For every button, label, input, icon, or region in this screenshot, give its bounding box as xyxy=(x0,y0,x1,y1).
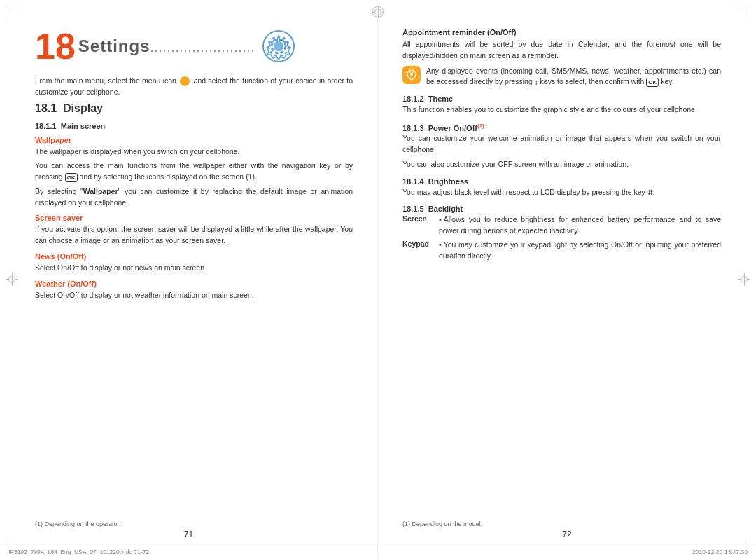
ok-button-icon: OK xyxy=(65,173,78,182)
power-superscript: (1) xyxy=(477,123,484,129)
brightness-key-icon: ⇵ xyxy=(648,187,653,198)
wallpaper-para1: The wallpaper is displayed when you swit… xyxy=(35,146,353,158)
intro-text: From the main menu, select the menu icon… xyxy=(35,76,353,98)
section-18-1-4-heading: 18.1.4 Brightness xyxy=(402,177,721,186)
backlight-screen-row: Screen •Allows you to reduce brightness … xyxy=(402,214,721,237)
ok-key-icon: OK xyxy=(646,78,659,87)
right-footnote: (1) Depending on the model. xyxy=(402,520,482,527)
page-spread: 18 Settings......................... Fro… xyxy=(0,0,756,559)
appointment-icon-row: Any displayed events (incoming call, SMS… xyxy=(402,66,721,88)
screen-saver-label: Screen saver xyxy=(35,214,353,222)
section-18-1-2-heading: 18.1.2 Theme xyxy=(402,95,721,103)
left-page: 18 Settings......................... Fro… xyxy=(0,0,378,559)
svg-point-2 xyxy=(274,41,284,51)
section-18-1-heading: 18.1 Display xyxy=(35,102,353,115)
appointment-heading: Appointment reminder (On/Off) xyxy=(402,28,721,36)
news-label: News (On/Off) xyxy=(35,252,353,261)
footer-right: 2010-12-20 13:47:30 xyxy=(692,548,748,555)
appointment-para1: All appointments will be sorted by due d… xyxy=(402,39,721,62)
news-text: Select On/Off to display or not news on … xyxy=(35,263,353,274)
nav-key-icon: ↕ xyxy=(535,77,538,88)
backlight-keypad-row: Keypad •You may customize your keypad li… xyxy=(402,240,721,262)
left-page-number: 71 xyxy=(0,530,377,539)
section-18-1-5-heading: 18.1.5 Backlight xyxy=(402,205,721,213)
right-page: Appointment reminder (On/Off) All appoin… xyxy=(378,0,756,559)
backlight-screen-text: •Allows you to reduce brightness for enh… xyxy=(439,214,721,237)
footer-bar: IP3192_799A_UM_Eng_USA_07_101220.indd 71… xyxy=(0,544,756,559)
appointment-icon-text: Any displayed events (incoming call, SMS… xyxy=(426,66,721,88)
theme-text: This function enables you to customize t… xyxy=(402,104,721,116)
backlight-keypad-label: Keypad xyxy=(402,240,439,262)
power-para1: You can customize your welcome animation… xyxy=(402,133,721,156)
chapter-number: 18 xyxy=(35,28,76,64)
brightness-text: You may adjust black level with respect … xyxy=(402,187,721,198)
section-18-1-1-heading: 18.1.1 Main screen xyxy=(35,122,353,130)
footer-left: IP3192_799A_UM_Eng_USA_07_101220.indd 71… xyxy=(8,548,149,555)
wallpaper-para2: You can access the main functions from t… xyxy=(35,160,353,183)
right-page-number: 72 xyxy=(378,530,756,539)
weather-text: Select On/Off to display or not weather … xyxy=(35,290,353,301)
power-para2: You can also customize your OFF screen w… xyxy=(402,159,721,170)
weather-label: Weather (On/Off) xyxy=(35,280,353,288)
appointment-orange-icon xyxy=(402,66,421,84)
chapter-title: Settings......................... xyxy=(78,36,255,56)
wallpaper-label: Wallpaper xyxy=(35,136,353,144)
backlight-screen-label: Screen xyxy=(402,214,439,237)
left-footnote: (1) Depending on the operator. xyxy=(35,520,121,527)
wallpaper-para3: By selecting "Wallpaper" you can customi… xyxy=(35,186,353,209)
backlight-keypad-text: •You may customize your keypad light by … xyxy=(439,240,721,262)
section-18-1-3-heading: 18.1.3 Power On/Off(1) xyxy=(402,123,721,132)
screen-saver-text: If you activate this option, the screen … xyxy=(35,224,353,247)
svg-point-5 xyxy=(410,73,413,76)
chapter-heading: 18 Settings......................... xyxy=(35,28,353,64)
gear-icon xyxy=(261,29,296,64)
